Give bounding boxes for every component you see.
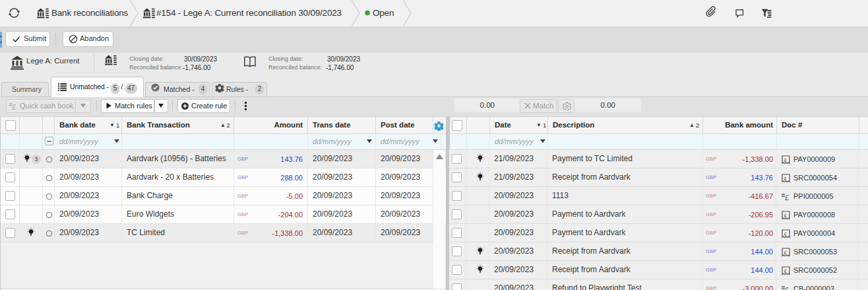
svg-text:£: £ (12, 104, 16, 111)
